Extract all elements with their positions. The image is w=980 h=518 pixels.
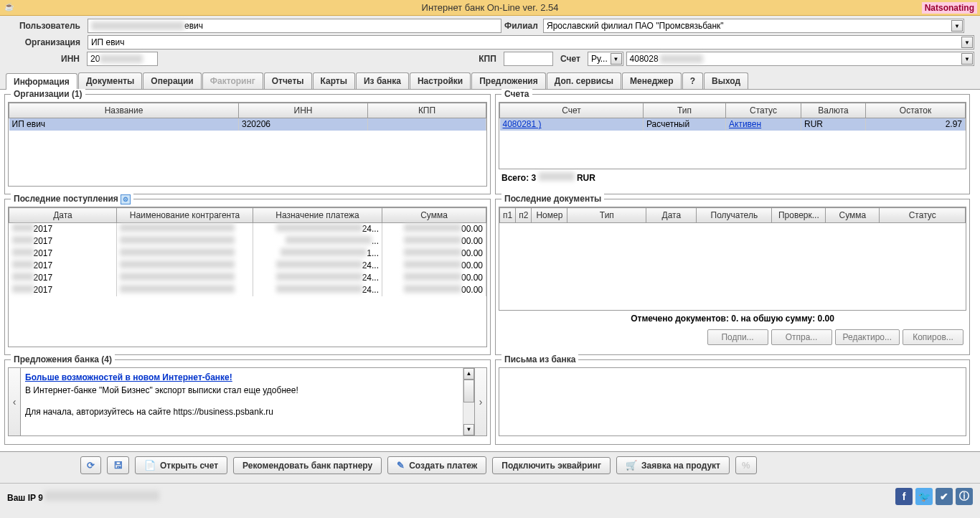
tab-help[interactable]: ? — [682, 72, 703, 89]
user-label: Пользователь — [6, 21, 85, 31]
copy-button[interactable]: Копиров... — [903, 329, 963, 345]
social-icons: f 🐦 ✔ ⓘ — [895, 488, 973, 505]
tab-offers[interactable]: Предложения — [471, 72, 546, 89]
scroll-up-icon[interactable]: ▲ — [463, 368, 474, 380]
offers-panel: Предложения банка (4) ‹ Больше возможнос… — [4, 359, 491, 445]
ip-label: Ваш IP 9 — [7, 491, 159, 503]
offer-headline[interactable]: Больше возможностей в новом Интернет-бан… — [25, 372, 470, 382]
docs-footer: Отмечено документов: 0. на обшую сумму: … — [499, 311, 966, 326]
offer-line1: В Интернет-банке "Мой Бизнес" экспорт вы… — [25, 385, 470, 395]
offer-line2: Для начала, авторизуйтесь на сайте https… — [25, 407, 470, 417]
tab-manager[interactable]: Менеджер — [622, 72, 682, 89]
kpp-field — [504, 52, 553, 66]
inn-label: ИНН — [6, 54, 84, 64]
receipts-panel: Последние поступления ⚙ ДатаНаименование… — [4, 199, 491, 355]
accounts-panel: Счета СчетТипСтатусВалютаОстаток 4080281… — [495, 94, 970, 194]
tab-info[interactable]: Информация — [6, 73, 77, 90]
tab-services[interactable]: Доп. сервисы — [547, 72, 621, 89]
header-form: Пользователь евич Филиал Ярославский фил… — [0, 16, 980, 71]
sign-button[interactable]: Подпи... — [707, 329, 768, 345]
orgs-title: Организации (1) — [11, 89, 85, 99]
tab-operations[interactable]: Операции — [143, 72, 201, 89]
toolbar: ⟳ 🖫 📄Открыть счет Рекомендовать банк пар… — [0, 451, 980, 479]
watermark: Natsonating — [922, 2, 977, 14]
table-row[interactable]: ИП евич320206 — [9, 118, 486, 131]
statusbar: Ваш IP 9 f 🐦 ✔ ⓘ — [0, 483, 980, 509]
org-label: Организация — [6, 37, 85, 47]
tab-from-bank[interactable]: Из банка — [356, 72, 409, 89]
tab-cards[interactable]: Карты — [313, 72, 355, 89]
edit-button[interactable]: Редактиро... — [835, 329, 900, 345]
table-row[interactable]: 2017...00.00 — [9, 235, 486, 248]
chevron-down-icon[interactable]: ▼ — [961, 53, 973, 65]
title-bar: ☕ Интернет банк On-Line ver. 2.54 Natson… — [0, 0, 980, 16]
vk-icon[interactable]: ✔ — [936, 488, 953, 505]
window-title: Интернет банк On-Line ver. 2.54 — [422, 2, 559, 13]
chevron-down-icon[interactable]: ▼ — [951, 20, 963, 32]
recommend-button[interactable]: Рекомендовать банк партнеру — [233, 457, 382, 474]
doc-buttons: Подпи... Отпра... Редактиро... Копиров..… — [499, 326, 966, 348]
open-account-button[interactable]: 📄Открыть счет — [135, 456, 227, 474]
branch-field[interactable]: Ярославский филиал ПАО "Промсвязьбанк"▼ — [543, 19, 964, 33]
table-row[interactable]: 201724...00.00 — [9, 260, 486, 272]
tab-documents[interactable]: Документы — [78, 72, 142, 89]
offer-body: Больше возможностей в новом Интернет-бан… — [21, 367, 474, 436]
user-field: евич — [88, 19, 501, 33]
prev-offer-button[interactable]: ‹ — [8, 367, 21, 436]
create-payment-button[interactable]: ✎Создать платеж — [387, 456, 486, 474]
facebook-icon[interactable]: f — [895, 488, 913, 505]
tab-factoring[interactable]: Факторинг — [202, 72, 263, 89]
linkedin-icon[interactable]: ⓘ — [956, 488, 973, 505]
percent-icon: % — [742, 460, 750, 471]
table-row[interactable]: 20171...00.00 — [9, 248, 486, 260]
docs-table[interactable]: п1 п2 Номер Тип Дата Получатель Проверк.… — [499, 207, 966, 223]
gear-icon[interactable]: ⚙ — [121, 194, 131, 204]
kpp-label: КПП — [472, 54, 501, 64]
java-icon: ☕ — [4, 2, 16, 14]
receipts-title: Последние поступления ⚙ — [11, 194, 133, 204]
orgs-panel: Организации (1) НазваниеИННКПП ИП евич32… — [4, 94, 491, 194]
product-request-button[interactable]: 🛒Заявка на продукт — [616, 456, 730, 474]
tab-exit[interactable]: Выход — [704, 72, 748, 89]
accounts-table[interactable]: СчетТипСтатусВалютаОстаток 4080281 ) Рас… — [499, 103, 966, 131]
chevron-down-icon[interactable]: ▼ — [961, 37, 973, 48]
save-icon: 🖫 — [113, 460, 123, 471]
table-row[interactable]: 201724...00.00 — [9, 284, 486, 296]
content: Организации (1) НазваниеИННКПП ИП евич32… — [0, 90, 980, 451]
table-row[interactable]: 4080281 ) Расчетный Активен RUR 2.97 — [500, 118, 966, 131]
scrollbar[interactable]: ▲ ▼ — [463, 368, 474, 435]
table-row[interactable]: 201724...00.00 — [9, 272, 486, 284]
docs-panel: Последние документы п1 п2 Номер Тип Дата… — [495, 199, 970, 355]
twitter-icon[interactable]: 🐦 — [915, 488, 933, 505]
inn-field: 20 — [87, 52, 158, 66]
acquiring-button[interactable]: Подключить эквайринг — [492, 457, 611, 474]
percent-button[interactable]: % — [735, 456, 757, 474]
org-field[interactable]: ИП евич▼ — [88, 35, 974, 50]
account-field[interactable]: 408028▼ — [626, 52, 974, 66]
offers-title: Предложения банка (4) — [11, 354, 115, 364]
letters-panel: Письма из банка — [495, 359, 970, 445]
tab-settings[interactable]: Настройки — [410, 72, 471, 89]
scroll-down-icon[interactable]: ▼ — [463, 424, 474, 435]
accounts-total: Всего: 3 RUR — [499, 169, 966, 186]
account-link[interactable]: 4080281 ) — [503, 119, 542, 129]
letters-title: Письма из банка — [501, 354, 578, 364]
refresh-icon: ⟳ — [87, 460, 95, 471]
orgs-table[interactable]: НазваниеИННКПП ИП евич320206 — [9, 103, 486, 131]
status-link[interactable]: Активен — [729, 119, 761, 129]
branch-label: Филиал — [504, 21, 540, 31]
send-button[interactable]: Отпра... — [771, 329, 832, 345]
scroll-thumb[interactable] — [463, 380, 474, 402]
tabs: Информация Документы Операции Факторинг … — [0, 71, 980, 90]
receipts-table[interactable]: ДатаНаименование контрагентаНазначение п… — [9, 207, 486, 296]
tab-reports[interactable]: Отчеты — [264, 72, 312, 89]
accounts-title: Счета — [501, 89, 532, 99]
docs-title: Последние документы — [501, 194, 604, 204]
chevron-down-icon[interactable]: ▼ — [611, 53, 622, 65]
table-row[interactable]: 201724...00.00 — [9, 223, 486, 235]
currency-field[interactable]: Ру...▼ — [588, 52, 623, 66]
save-button[interactable]: 🖫 — [107, 456, 129, 474]
next-offer-button[interactable]: › — [474, 367, 487, 436]
refresh-button[interactable]: ⟳ — [80, 456, 101, 474]
document-icon: 📄 — [144, 460, 156, 471]
